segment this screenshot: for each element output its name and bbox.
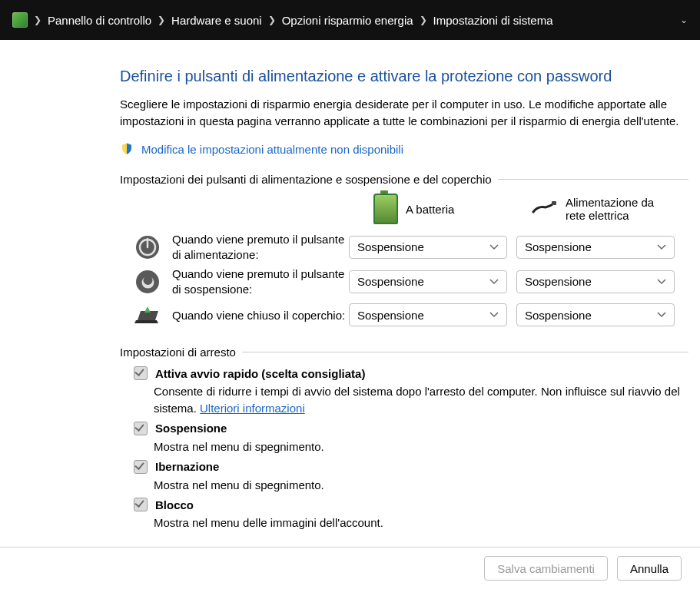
lid-close-battery-select[interactable]: Sospensione [349, 303, 507, 326]
content-area: Definire i pulsanti di alimentazione e a… [0, 40, 700, 547]
control-panel-icon [12, 12, 28, 28]
lock-desc: Mostra nel menu delle immagini dell'acco… [154, 515, 688, 531]
change-unavailable-settings-link[interactable]: Modifica le impostazioni attualmente non… [141, 143, 403, 156]
chevron-right-icon: ❯ [158, 15, 165, 25]
group-shutdown-legend: Impostazioni di arresto [120, 346, 688, 359]
breadcrumb: ❯ Pannello di controllo ❯ Hardware e suo… [0, 0, 700, 40]
hibernate-item: Ibernazione Mostra nel menu di spegnimen… [134, 460, 688, 494]
chevron-right-icon: ❯ [268, 15, 276, 25]
power-button-ac-select[interactable]: Sospensione [516, 236, 675, 259]
lock-item: Blocco Mostra nel menu delle immagini de… [134, 498, 688, 531]
chevron-down-icon[interactable]: ⌄ [680, 15, 688, 25]
sleep-icon [134, 268, 161, 296]
sleep-button-battery-select[interactable]: Sospensione [349, 270, 507, 293]
lock-title: Blocco [155, 498, 194, 511]
breadcrumb-item[interactable]: Impostazioni di sistema [433, 14, 553, 27]
footer: Salva cambiamenti Annulla [0, 547, 700, 589]
shutdown-settings-list: Attiva avvio rapido (scelta consigliata)… [134, 366, 688, 531]
hibernate-checkbox[interactable] [134, 460, 148, 474]
more-info-link[interactable]: Ulteriori informazioni [200, 402, 305, 415]
lid-close-ac-select[interactable]: Sospensione [516, 303, 675, 326]
admin-link-row: Modifica le impostazioni attualmente non… [120, 142, 688, 156]
fast-startup-item: Attiva avvio rapido (scelta consigliata)… [134, 366, 688, 417]
fast-startup-desc: Consente di ridurre i tempi di avvio del… [154, 383, 688, 417]
page-description: Scegliere le impostazioni di risparmio e… [120, 96, 688, 130]
sleep-checkbox[interactable] [134, 422, 148, 435]
sleep-desc: Mostra nel menu di spegnimento. [154, 438, 688, 455]
column-headers: A batteria Alimentazione da rete elettri… [373, 194, 688, 224]
hibernate-title: Ibernazione [155, 460, 219, 473]
lock-checkbox[interactable] [134, 498, 148, 511]
fast-startup-checkbox[interactable] [134, 366, 148, 380]
save-button[interactable]: Salva cambiamenti [484, 556, 608, 581]
battery-column-header: A batteria [373, 194, 504, 224]
sleep-item: Sospensione Mostra nel menu di spegnimen… [134, 422, 688, 455]
power-button-battery-select[interactable]: Sospensione [349, 236, 507, 259]
lid-close-row: Quando viene chiuso il coperchio: Sospen… [134, 301, 688, 329]
power-button-label: Quando viene premuto il pulsante di alim… [172, 232, 349, 262]
page-title: Definire i pulsanti di alimentazione e a… [120, 68, 688, 85]
group-buttons-legend: Impostazioni dei pulsanti di alimentazio… [120, 173, 688, 186]
battery-icon [373, 194, 398, 224]
sleep-button-label: Quando viene premuto il pulsante di sosp… [172, 266, 349, 296]
chevron-right-icon: ❯ [420, 15, 427, 25]
svg-rect-0 [552, 201, 556, 205]
sleep-title: Sospensione [155, 422, 227, 435]
svg-point-4 [136, 270, 159, 293]
sleep-button-row: Quando viene premuto il pulsante di sosp… [134, 266, 688, 296]
chevron-right-icon: ❯ [34, 15, 41, 25]
lid-close-label: Quando viene chiuso il coperchio: [172, 308, 349, 323]
breadcrumb-item[interactable]: Hardware e suoni [171, 14, 262, 27]
shield-icon [120, 142, 134, 156]
fast-startup-title: Attiva avvio rapido (scelta consigliata) [155, 367, 365, 380]
power-button-row: Quando viene premuto il pulsante di alim… [134, 232, 688, 262]
ac-column-header: Alimentazione da rete elettrica [532, 196, 662, 222]
plug-icon [532, 201, 558, 217]
laptop-lid-icon [134, 301, 161, 329]
hibernate-desc: Mostra nel menu di spegnimento. [154, 477, 688, 494]
power-icon [134, 233, 161, 261]
breadcrumb-item[interactable]: Opzioni risparmio energia [282, 14, 413, 27]
breadcrumb-item[interactable]: Pannello di controllo [48, 14, 151, 27]
sleep-button-ac-select[interactable]: Sospensione [516, 270, 675, 293]
cancel-button[interactable]: Annulla [617, 556, 682, 581]
